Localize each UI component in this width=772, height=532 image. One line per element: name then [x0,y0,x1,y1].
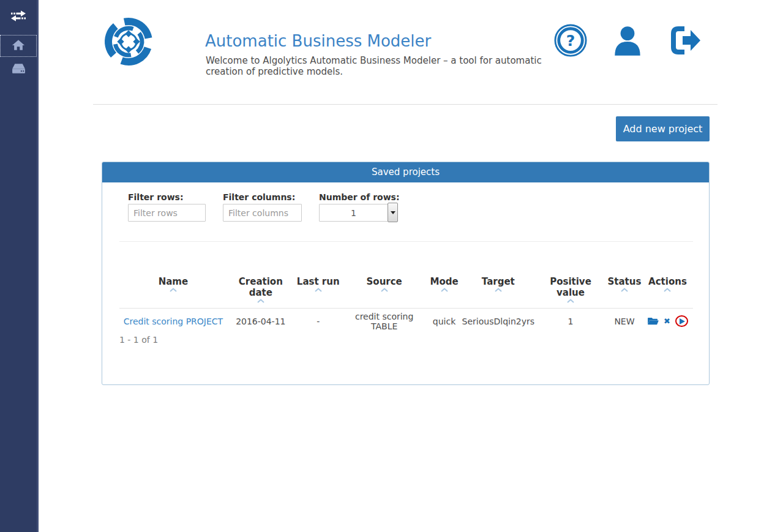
run-project-icon[interactable] [680,318,685,324]
column-header-mode[interactable]: Mode [427,274,462,309]
actions-cell: ✖ [642,309,693,334]
table-row: Credit scoring PROJECT 2016-04-11 - cred… [119,309,693,334]
column-header-target[interactable]: Target [462,274,534,309]
panel-title: Saved projects [102,162,709,182]
sidebar-item-datasets[interactable] [0,59,37,81]
projects-table: Name Creation date Last run Source [119,274,693,334]
hdd-icon [11,62,26,77]
filter-columns-input[interactable] [223,204,302,222]
column-header-actions[interactable]: Actions [642,274,693,309]
annotation-red-circle [675,315,688,327]
saved-projects-panel: Saved projects Filter rows: Filter colum… [102,162,710,385]
creation-date-cell: 2016-04-11 [227,309,294,334]
page-title: Automatic Business Modeler [205,32,431,50]
sort-caret-icon [342,288,427,292]
open-project-icon[interactable] [647,317,659,326]
help-icon[interactable]: ? [554,24,587,59]
sort-caret-icon [642,288,693,292]
app-window: Automatic Business Modeler Welcome to Al… [0,0,772,532]
sort-caret-icon [534,299,607,303]
sort-caret-icon [462,288,534,292]
project-name-link[interactable]: Credit scoring PROJECT [124,317,223,326]
table-header-row: Name Creation date Last run Source [119,274,693,309]
sort-caret-icon [227,299,294,303]
pagination-text: 1 - 1 of 1 [119,335,158,345]
column-header-name[interactable]: Name [119,274,227,309]
column-header-source[interactable]: Source [342,274,427,309]
sort-caret-icon [294,288,342,292]
column-header-creation-date[interactable]: Creation date [227,274,294,309]
add-new-project-button[interactable]: Add new project [616,116,710,141]
column-header-status[interactable]: Status [607,274,642,309]
home-icon [12,39,25,54]
svg-text:?: ? [566,32,575,50]
column-header-positive-value[interactable]: Positive value [534,274,607,309]
app-logo-icon [101,14,156,69]
logout-icon[interactable] [667,23,703,60]
column-header-last-run[interactable]: Last run [294,274,342,309]
sort-caret-icon [607,288,642,292]
number-of-rows-dropdown-button[interactable] [388,203,398,222]
sidebar-item-home[interactable] [0,35,37,57]
sort-caret-icon [427,288,462,292]
number-of-rows-input[interactable] [319,204,388,222]
filter-rows-label: Filter rows: [128,192,184,202]
sidebar [0,0,39,532]
target-cell: SeriousDlqin2yrs [462,309,534,334]
sort-caret-icon [119,288,227,292]
sidebar-item-toggle[interactable] [0,6,37,28]
status-cell: NEW [607,309,642,334]
exchange-icon [9,9,28,25]
chevron-down-icon [391,211,395,214]
number-of-rows-label: Number of rows: [319,192,400,202]
mode-cell: quick [427,309,462,334]
header-divider [93,104,718,105]
positive-value-cell: 1 [534,309,607,334]
source-cell: credit scoring TABLE [342,309,427,334]
last-run-cell: - [294,309,342,334]
panel-divider [119,241,693,242]
filter-columns-label: Filter columns: [223,192,295,202]
user-icon[interactable] [610,23,645,61]
filter-rows-input[interactable] [128,204,206,222]
page-subtitle: Welcome to Algolytics Automatic Business… [206,55,552,77]
delete-project-icon[interactable]: ✖ [664,317,670,325]
